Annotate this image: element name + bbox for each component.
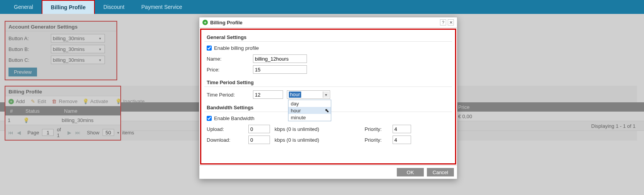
upload-input[interactable] bbox=[248, 125, 270, 133]
section-time-title: Time Period Setting bbox=[204, 79, 452, 87]
time-unit-value: hour bbox=[289, 92, 301, 98]
plus-icon: + bbox=[202, 20, 208, 25]
dialog-body: General Settings Enable billing profile … bbox=[200, 29, 456, 164]
section-general-title: General Settings bbox=[204, 34, 452, 42]
billing-profile-dialog: + Billing Profile ? ✕ General Settings E… bbox=[199, 17, 457, 179]
tab-discount[interactable]: Discount bbox=[95, 0, 133, 14]
cancel-button[interactable]: Cancel bbox=[427, 168, 454, 176]
option-hour[interactable]: hour ⬉ bbox=[288, 107, 331, 114]
dialog-footer: OK Cancel bbox=[199, 165, 457, 179]
name-input[interactable] bbox=[253, 54, 307, 63]
dialog-titlebar: + Billing Profile ? ✕ bbox=[199, 17, 457, 28]
price-input[interactable] bbox=[253, 65, 307, 74]
name-label: Name: bbox=[207, 56, 253, 62]
time-period-label: Time Period: bbox=[207, 92, 253, 98]
enable-billing-label: Enable billing profile bbox=[214, 45, 259, 51]
down-priority-label: Priority: bbox=[365, 137, 389, 143]
time-unit-select[interactable]: hour ▾ bbox=[287, 90, 330, 99]
upload-label: Upload: bbox=[207, 126, 245, 132]
option-hour-label: hour bbox=[291, 108, 301, 114]
upload-hint: kbps (0 is unlimited) bbox=[275, 126, 319, 132]
download-hint: kbps (0 is unlimited) bbox=[275, 137, 319, 143]
time-period-input[interactable] bbox=[253, 90, 283, 99]
cursor-icon: ⬉ bbox=[325, 107, 329, 114]
time-unit-dropdown: day hour ⬉ minute bbox=[288, 100, 331, 121]
chevron-down-icon: ▾ bbox=[323, 92, 329, 98]
option-day[interactable]: day bbox=[288, 100, 331, 107]
tab-payment-service[interactable]: Payment Service bbox=[133, 0, 191, 14]
enable-bandwidth-label: Enable Bandwidth bbox=[214, 115, 255, 121]
down-priority-input[interactable] bbox=[393, 136, 411, 144]
up-priority-input[interactable] bbox=[393, 125, 411, 133]
price-label: Price: bbox=[207, 67, 253, 73]
top-tab-bar: General Billing Profile Discount Payment… bbox=[0, 0, 644, 14]
download-label: Download: bbox=[207, 137, 245, 143]
enable-billing-checkbox[interactable] bbox=[207, 46, 212, 51]
ok-button[interactable]: OK bbox=[397, 168, 424, 176]
close-button[interactable]: ✕ bbox=[448, 19, 454, 25]
option-minute[interactable]: minute bbox=[288, 114, 331, 121]
up-priority-label: Priority: bbox=[365, 126, 389, 132]
dialog-title: Billing Profile bbox=[210, 20, 243, 25]
tab-billing-profile[interactable]: Billing Profile bbox=[42, 0, 95, 14]
tab-general[interactable]: General bbox=[5, 0, 42, 14]
download-input[interactable] bbox=[248, 136, 270, 144]
enable-bandwidth-checkbox[interactable] bbox=[207, 116, 212, 121]
help-button[interactable]: ? bbox=[440, 19, 446, 25]
